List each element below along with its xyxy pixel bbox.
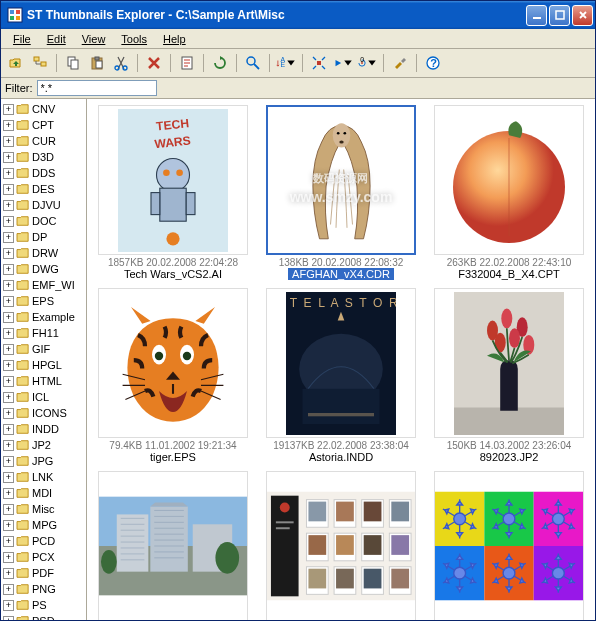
expander-icon[interactable]: + bbox=[3, 408, 14, 419]
tree-item-hpgl[interactable]: +HPGL bbox=[1, 357, 86, 373]
thumbnail-image[interactable] bbox=[98, 471, 248, 620]
expander-icon[interactable]: + bbox=[3, 536, 14, 547]
tree-item-cpt[interactable]: +CPT bbox=[1, 117, 86, 133]
expander-icon[interactable]: + bbox=[3, 472, 14, 483]
expander-icon[interactable]: + bbox=[3, 280, 14, 291]
fit-button[interactable] bbox=[308, 52, 330, 74]
expander-icon[interactable]: + bbox=[3, 360, 14, 371]
maximize-button[interactable] bbox=[549, 5, 570, 26]
folder-tree[interactable]: +CNV+CPT+CUR+D3D+DDS+DES+DJVU+DOC+DP+DRW… bbox=[1, 99, 87, 620]
expander-icon[interactable]: + bbox=[3, 152, 14, 163]
expander-icon[interactable]: + bbox=[3, 328, 14, 339]
paste-button[interactable] bbox=[86, 52, 108, 74]
expander-icon[interactable]: + bbox=[3, 392, 14, 403]
thumbnail-image[interactable] bbox=[266, 471, 416, 620]
tree-item-gif[interactable]: +GIF bbox=[1, 341, 86, 357]
thumbnail-image[interactable] bbox=[98, 288, 248, 438]
thumbnail-image[interactable]: TECHWARS bbox=[98, 105, 248, 255]
thumbnail-image[interactable]: H O T E L A S T O R I A bbox=[266, 288, 416, 438]
expander-icon[interactable]: + bbox=[3, 296, 14, 307]
tree-item-dds[interactable]: +DDS bbox=[1, 165, 86, 181]
properties-button[interactable] bbox=[176, 52, 198, 74]
folder-tree-button[interactable] bbox=[29, 52, 51, 74]
rotate-button[interactable]: 0 bbox=[356, 52, 378, 74]
expander-icon[interactable]: + bbox=[3, 104, 14, 115]
expander-icon[interactable]: + bbox=[3, 568, 14, 579]
tree-item-emf_wi[interactable]: +EMF_WI bbox=[1, 277, 86, 293]
refresh-button[interactable] bbox=[209, 52, 231, 74]
tree-item-pdf[interactable]: +PDF bbox=[1, 565, 86, 581]
play-button[interactable] bbox=[332, 52, 354, 74]
tree-item-doc[interactable]: +DOC bbox=[1, 213, 86, 229]
options-button[interactable] bbox=[389, 52, 411, 74]
tree-item-psd[interactable]: +PSD bbox=[1, 613, 86, 620]
tree-item-example[interactable]: +Example bbox=[1, 309, 86, 325]
expander-icon[interactable]: + bbox=[3, 120, 14, 131]
expander-icon[interactable]: + bbox=[3, 456, 14, 467]
thumbnail-item[interactable] bbox=[261, 471, 421, 620]
tree-item-indd[interactable]: +INDD bbox=[1, 421, 86, 437]
expander-icon[interactable]: + bbox=[3, 424, 14, 435]
expander-icon[interactable]: + bbox=[3, 616, 14, 621]
thumbnail-pane[interactable]: 数码资源网 www.smzy.com TECHWARS1857KB 20.02.… bbox=[87, 99, 595, 620]
tree-item-mdi[interactable]: +MDI bbox=[1, 485, 86, 501]
tree-item-misc[interactable]: +Misc bbox=[1, 501, 86, 517]
tree-item-mpg[interactable]: +MPG bbox=[1, 517, 86, 533]
thumbnail-item[interactable]: 263KB 22.02.2008 22:43:10F332004_B_X4.CP… bbox=[429, 105, 589, 280]
menu-file[interactable]: File bbox=[5, 31, 39, 47]
expander-icon[interactable]: + bbox=[3, 232, 14, 243]
thumbnail-item[interactable]: 79.4KB 11.01.2002 19:21:34tiger.EPS bbox=[93, 288, 253, 463]
expander-icon[interactable]: + bbox=[3, 216, 14, 227]
expander-icon[interactable]: + bbox=[3, 440, 14, 451]
expander-icon[interactable]: + bbox=[3, 312, 14, 323]
tree-item-des[interactable]: +DES bbox=[1, 181, 86, 197]
tree-item-html[interactable]: +HTML bbox=[1, 373, 86, 389]
thumbnail-item[interactable]: H O T E L A S T O R I A19137KB 22.02.200… bbox=[261, 288, 421, 463]
tree-item-eps[interactable]: +EPS bbox=[1, 293, 86, 309]
tree-item-pcd[interactable]: +PCD bbox=[1, 533, 86, 549]
delete-button[interactable] bbox=[143, 52, 165, 74]
cut-button[interactable] bbox=[110, 52, 132, 74]
expander-icon[interactable]: + bbox=[3, 200, 14, 211]
tree-item-jp2[interactable]: +JP2 bbox=[1, 437, 86, 453]
sort-button[interactable]: AE bbox=[275, 52, 297, 74]
minimize-button[interactable] bbox=[526, 5, 547, 26]
expander-icon[interactable]: + bbox=[3, 584, 14, 595]
tree-item-cur[interactable]: +CUR bbox=[1, 133, 86, 149]
tree-item-djvu[interactable]: +DJVU bbox=[1, 197, 86, 213]
tree-item-icl[interactable]: +ICL bbox=[1, 389, 86, 405]
thumbnail-item[interactable]: 150KB 14.03.2002 23:26:04892023.JP2 bbox=[429, 288, 589, 463]
thumbnail-item[interactable]: TECHWARS1857KB 20.02.2008 22:04:28Tech W… bbox=[93, 105, 253, 280]
tree-item-lnk[interactable]: +LNK bbox=[1, 469, 86, 485]
expander-icon[interactable]: + bbox=[3, 488, 14, 499]
thumbnail-image[interactable] bbox=[434, 105, 584, 255]
close-button[interactable] bbox=[572, 5, 593, 26]
tree-item-fh11[interactable]: +FH11 bbox=[1, 325, 86, 341]
expander-icon[interactable]: + bbox=[3, 376, 14, 387]
copy-button[interactable] bbox=[62, 52, 84, 74]
help-button[interactable]: ? bbox=[422, 52, 444, 74]
menu-view[interactable]: View bbox=[74, 31, 114, 47]
tree-item-dp[interactable]: +DP bbox=[1, 229, 86, 245]
menu-edit[interactable]: Edit bbox=[39, 31, 74, 47]
thumbnail-item[interactable]: 138KB 20.02.2008 22:08:32AFGHAN_vX4.CDR bbox=[261, 105, 421, 280]
tree-item-drw[interactable]: +DRW bbox=[1, 245, 86, 261]
expander-icon[interactable]: + bbox=[3, 344, 14, 355]
menu-help[interactable]: Help bbox=[155, 31, 194, 47]
menu-tools[interactable]: Tools bbox=[113, 31, 155, 47]
tree-item-d3d[interactable]: +D3D bbox=[1, 149, 86, 165]
tree-item-png[interactable]: +PNG bbox=[1, 581, 86, 597]
tree-item-icons[interactable]: +ICONS bbox=[1, 405, 86, 421]
expander-icon[interactable]: + bbox=[3, 248, 14, 259]
thumbnail-item[interactable] bbox=[429, 471, 589, 620]
expander-icon[interactable]: + bbox=[3, 264, 14, 275]
tree-item-pcx[interactable]: +PCX bbox=[1, 549, 86, 565]
expander-icon[interactable]: + bbox=[3, 600, 14, 611]
expander-icon[interactable]: + bbox=[3, 520, 14, 531]
expander-icon[interactable]: + bbox=[3, 136, 14, 147]
expander-icon[interactable]: + bbox=[3, 184, 14, 195]
tree-item-ps[interactable]: +PS bbox=[1, 597, 86, 613]
filter-input[interactable] bbox=[37, 80, 157, 96]
zoom-button[interactable] bbox=[242, 52, 264, 74]
thumbnail-image[interactable] bbox=[434, 471, 584, 620]
